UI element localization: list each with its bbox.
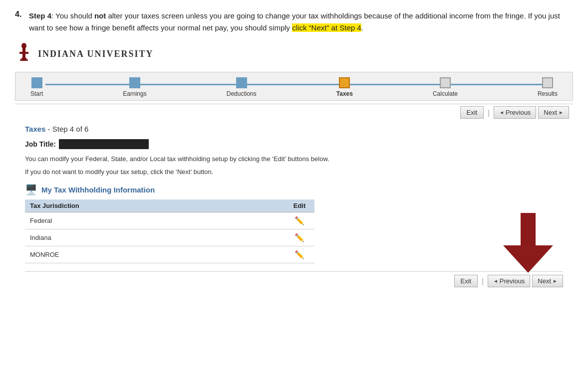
step-label-results: Results bbox=[538, 90, 558, 97]
step-box-earnings bbox=[129, 77, 140, 88]
content-area: Taxes - Step 4 of 6 Job Title: You can m… bbox=[15, 123, 573, 289]
top-nav-bar: Exit | ◄ Previous Next ► bbox=[15, 104, 573, 121]
step-text: Step 4: You should not alter your taxes … bbox=[29, 10, 568, 34]
svg-rect-5 bbox=[521, 213, 536, 248]
table-row: Indiana ✏️ bbox=[25, 229, 314, 246]
step-label-taxes: Taxes bbox=[336, 90, 353, 97]
highlight-text: click “Next” at Step 4 bbox=[292, 23, 361, 32]
top-previous-label: Previous bbox=[506, 109, 531, 116]
svg-rect-3 bbox=[21, 58, 26, 59]
step-header: 4. Step 4: You should not alter your tax… bbox=[15, 10, 573, 34]
desc-text-1: You can modify your Federal, State, and/… bbox=[25, 154, 563, 164]
prev-arrow-icon: ◄ bbox=[499, 110, 504, 115]
not-word: not bbox=[94, 11, 106, 20]
red-arrow-icon bbox=[503, 213, 553, 273]
step-number: 4. bbox=[15, 10, 25, 19]
step-label-deductions: Deductions bbox=[227, 90, 257, 97]
desc-before-not: You should bbox=[53, 11, 94, 20]
edit-icon-monroe[interactable]: ✏️ bbox=[294, 250, 304, 259]
step-item-earnings[interactable]: Earnings bbox=[123, 77, 146, 97]
next-arrow-icon-bottom: ► bbox=[553, 278, 558, 284]
step-indicator-text: Step 4 of 6 bbox=[52, 125, 89, 133]
edit-icon-federal[interactable]: ✏️ bbox=[294, 216, 304, 225]
top-nav-inner: Exit | ◄ Previous Next ► bbox=[460, 106, 569, 119]
step-indicator: - bbox=[48, 125, 52, 133]
step-label: Step 4 bbox=[29, 11, 51, 20]
prev-arrow-icon-bottom: ◄ bbox=[493, 278, 498, 284]
jurisdiction-indiana: Indiana bbox=[25, 229, 285, 246]
edit-icon-indiana[interactable]: ✏️ bbox=[294, 233, 304, 242]
step-label-calculate: Calculate bbox=[433, 90, 458, 97]
step-label-earnings: Earnings bbox=[123, 90, 146, 97]
progress-line bbox=[45, 84, 543, 85]
page-title: Taxes - Step 4 of 6 bbox=[25, 125, 563, 133]
step-box-deductions bbox=[236, 77, 247, 88]
job-title-label: Job Title: bbox=[25, 140, 56, 148]
nav-separator-bottom: | bbox=[482, 277, 484, 285]
iu-university-name: INDIANA UNIVERSITY bbox=[38, 49, 154, 59]
desc-end: . bbox=[361, 23, 363, 32]
tax-section-header: 🖥️ My Tax Withholding Information bbox=[25, 184, 563, 196]
next-arrow-icon-top: ► bbox=[559, 110, 564, 115]
edit-cell-indiana[interactable]: ✏️ bbox=[285, 229, 314, 246]
tax-section-title: My Tax Withholding Information bbox=[41, 186, 155, 194]
table-row: MONROE ✏️ bbox=[25, 246, 314, 263]
svg-rect-2 bbox=[19, 52, 28, 54]
top-next-label: Next bbox=[544, 109, 557, 116]
bottom-previous-label: Previous bbox=[500, 277, 525, 285]
step-item-start[interactable]: Start bbox=[30, 77, 43, 97]
step-label-start: Start bbox=[30, 90, 43, 97]
bottom-previous-button[interactable]: ◄ Previous bbox=[488, 275, 530, 287]
progress-steps: Start Earnings Deductions Taxes Calculat… bbox=[25, 77, 563, 97]
col-jurisdiction: Tax Jurisdiction bbox=[25, 199, 285, 212]
svg-rect-4 bbox=[20, 59, 28, 61]
bottom-exit-button[interactable]: Exit bbox=[454, 275, 478, 287]
step-item-deductions[interactable]: Deductions bbox=[227, 77, 257, 97]
bottom-next-button[interactable]: Next ► bbox=[532, 275, 563, 287]
step-item-calculate[interactable]: Calculate bbox=[433, 77, 458, 97]
step-box-taxes bbox=[339, 77, 350, 88]
table-header-row: Tax Jurisdiction Edit bbox=[25, 199, 314, 212]
step-item-taxes[interactable]: Taxes bbox=[336, 77, 353, 97]
tax-table: Tax Jurisdiction Edit Federal ✏️ Indiana… bbox=[25, 199, 314, 263]
col-edit: Edit bbox=[285, 199, 314, 212]
edit-cell-federal[interactable]: ✏️ bbox=[285, 212, 314, 229]
job-title-row: Job Title: bbox=[25, 139, 563, 149]
step-item-results[interactable]: Results bbox=[538, 77, 558, 97]
step-box-results bbox=[542, 77, 553, 88]
iu-header: INDIANA UNIVERSITY bbox=[15, 43, 573, 65]
jurisdiction-monroe: MONROE bbox=[25, 246, 285, 263]
step-box-calculate bbox=[440, 77, 451, 88]
bottom-next-label: Next bbox=[538, 277, 551, 285]
bottom-nav-bar: Exit | ◄ Previous Next ► bbox=[25, 271, 563, 287]
iu-logo-icon bbox=[15, 43, 33, 65]
top-previous-button[interactable]: ◄ Previous bbox=[494, 106, 536, 119]
progress-container: Start Earnings Deductions Taxes Calculat… bbox=[15, 72, 573, 101]
table-row: Federal ✏️ bbox=[25, 212, 314, 229]
desc-text-2: If you do not want to modify your tax se… bbox=[25, 167, 563, 177]
red-arrow-container bbox=[503, 213, 553, 274]
tax-withholding-icon: 🖥️ bbox=[25, 184, 37, 196]
top-exit-button[interactable]: Exit bbox=[460, 106, 484, 119]
job-title-value bbox=[59, 139, 149, 149]
step-box-start bbox=[31, 77, 42, 88]
svg-marker-6 bbox=[503, 245, 553, 273]
edit-cell-monroe[interactable]: ✏️ bbox=[285, 246, 314, 263]
nav-separator-top: | bbox=[488, 109, 490, 117]
top-next-button[interactable]: Next ► bbox=[538, 106, 569, 119]
jurisdiction-federal: Federal bbox=[25, 212, 285, 229]
